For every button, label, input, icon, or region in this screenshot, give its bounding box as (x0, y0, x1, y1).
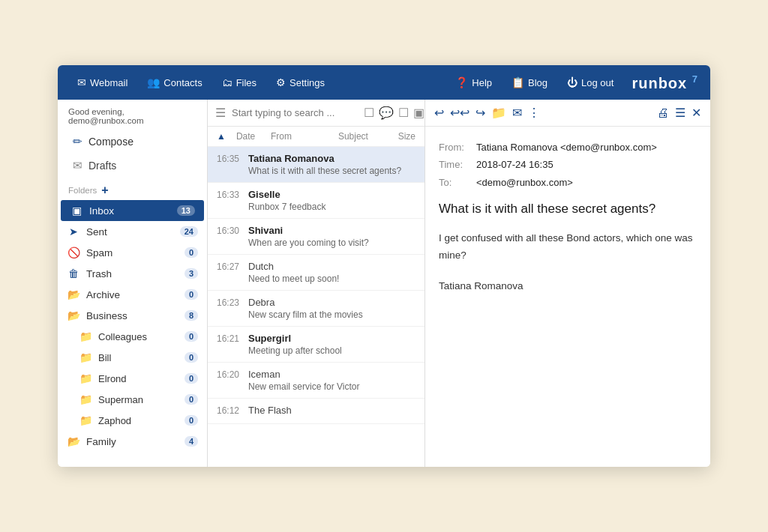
sidebar-item-sent[interactable]: ➤ Sent 24 (58, 221, 207, 242)
email-subject: New scary film at the movies (248, 309, 416, 320)
archive-badge: 0 (184, 289, 198, 300)
reply-icon[interactable]: ↩ (434, 106, 444, 120)
more-icon[interactable]: ⋮ (528, 106, 540, 120)
menu-icon[interactable]: ☰ (215, 106, 226, 120)
main-layout: Good evening, demo@runbox.com ✏ Compose … (58, 100, 710, 467)
email-time: 16:20 (217, 369, 242, 380)
body-line1: I get confused with all these Bond actor… (439, 230, 697, 265)
folder-move-icon[interactable]: 📁 (491, 106, 506, 120)
nav-contacts[interactable]: 👥 Contacts (140, 72, 209, 93)
nav-help[interactable]: ❓ Help (448, 72, 500, 93)
check-icons: ☐ 💬 ☐ ▣ (364, 106, 424, 120)
nav-settings[interactable]: ⚙ Settings (268, 72, 332, 93)
list-item[interactable]: 16:30ShivaniWhen are you coming to visit… (208, 219, 424, 255)
email-subject: Need to meet up soon! (248, 273, 416, 284)
compose-button[interactable]: ✏ Compose (62, 130, 202, 154)
business-badge: 8 (184, 310, 198, 321)
spam-label: Spam (86, 247, 178, 259)
email-list-panel: ☰ ☐ 💬 ☐ ▣ ▲ Date From Subject Size 16:35… (208, 100, 425, 467)
family-icon: 📂 (67, 435, 80, 447)
list-item[interactable]: 16:35Tatiana RomanovaWhat is it with all… (208, 147, 424, 183)
email-list-cols: ▲ Date From Subject Size (208, 127, 424, 147)
logout-icon: ⏻ (567, 76, 578, 88)
list-view-icon[interactable]: ☰ (675, 106, 686, 120)
sidebar-item-zaphod[interactable]: 📁 Zaphod 0 (58, 410, 207, 431)
nav-webmail[interactable]: ✉ Webmail (70, 72, 135, 93)
email-time: 16:30 (217, 226, 242, 236)
list-item[interactable]: 16:33GiselleRunbox 7 feedback (208, 183, 424, 219)
nav-files[interactable]: 🗂 Files (214, 72, 264, 93)
elrond-icon: 📁 (79, 372, 92, 384)
nav-blog[interactable]: 📋 Blog (504, 72, 555, 93)
spam-icon: 🚫 (67, 247, 80, 259)
nav-webmail-label: Webmail (90, 77, 128, 88)
sidebar-item-family[interactable]: 📂 Family 4 (58, 431, 207, 452)
sent-label: Sent (86, 226, 174, 238)
zaphod-label: Zaphod (98, 415, 178, 426)
email-from: The Flash (248, 405, 292, 416)
sidebar-item-spam[interactable]: 🚫 Spam 0 (58, 242, 207, 263)
select-read-icon[interactable]: 💬 (379, 106, 394, 120)
zaphod-icon: 📁 (79, 414, 92, 426)
nav-blog-label: Blog (528, 77, 548, 88)
sent-badge: 24 (180, 226, 198, 237)
trash-badge: 3 (184, 268, 198, 279)
mark-read-icon[interactable]: ✉ (512, 106, 522, 120)
nav-help-label: Help (472, 77, 492, 88)
drafts-item[interactable]: ✉ Drafts (62, 154, 202, 178)
forward-icon[interactable]: ↪ (476, 106, 485, 120)
select-all-icon[interactable]: ☐ (364, 106, 374, 120)
to-row: To: <demo@runbox.com> (439, 174, 697, 191)
sidebar-item-business[interactable]: 📂 Business 8 (58, 305, 207, 326)
email-list: 16:35Tatiana RomanovaWhat is it with all… (208, 147, 424, 467)
sidebar-item-inbox[interactable]: ▣ Inbox 13 (61, 200, 204, 221)
email-subject: Meeting up after school (248, 345, 416, 356)
email-from: Shivani (248, 225, 283, 236)
trash-icon: 🗑 (67, 267, 80, 279)
sent-icon: ➤ (67, 226, 80, 238)
nav-logout[interactable]: ⏻ Log out (560, 72, 621, 93)
sidebar-item-trash[interactable]: 🗑 Trash 3 (58, 263, 207, 284)
sidebar-item-archive[interactable]: 📂 Archive 0 (58, 284, 207, 305)
email-subject: When are you coming to visit? (248, 238, 416, 248)
superman-label: Superman (98, 394, 178, 405)
close-icon[interactable]: ✕ (692, 106, 701, 120)
folders-header: Folders + (58, 178, 207, 200)
list-item[interactable]: 16:20IcemanNew email service for Victor (208, 363, 424, 399)
print-icon[interactable]: 🖨 (657, 106, 669, 120)
trash-label: Trash (86, 268, 178, 279)
app-logo: runbox 7 (632, 73, 698, 92)
sidebar-item-colleagues[interactable]: 📁 Colleagues 0 (58, 326, 207, 347)
app-container: ✉ Webmail 👥 Contacts 🗂 Files ⚙ Settings … (58, 65, 710, 467)
spam-badge: 0 (184, 247, 198, 258)
sort-icon[interactable]: ▲ (217, 131, 226, 142)
email-subject: New email service for Victor (248, 381, 416, 392)
superman-icon: 📁 (79, 393, 92, 405)
sidebar-item-elrond[interactable]: 📁 Elrond 0 (58, 368, 207, 389)
archive-icon: 📂 (67, 288, 80, 300)
email-time: 16:21 (217, 333, 242, 344)
email-from: Debra (248, 297, 274, 308)
zaphod-badge: 0 (184, 415, 198, 426)
blog-icon: 📋 (512, 76, 524, 88)
list-item[interactable]: 16:12The Flash (208, 399, 424, 424)
family-label: Family (86, 436, 178, 447)
bill-badge: 0 (184, 352, 198, 363)
business-icon: 📂 (67, 309, 80, 321)
list-item[interactable]: 16:27DutchNeed to meet up soon! (208, 255, 424, 291)
list-item[interactable]: 16:23DebraNew scary film at the movies (208, 291, 424, 327)
search-input[interactable] (232, 107, 358, 118)
list-item[interactable]: 16:21SupergirlMeeting up after school (208, 327, 424, 363)
colleagues-label: Colleagues (98, 331, 178, 342)
colleagues-icon: 📁 (79, 330, 92, 342)
add-folder-button[interactable]: + (101, 184, 108, 197)
sidebar-greeting: Good evening, demo@runbox.com (58, 100, 207, 130)
sidebar-item-bill[interactable]: 📁 Bill 0 (58, 347, 207, 368)
view-icon[interactable]: ▣ (413, 106, 424, 120)
family-badge: 4 (184, 436, 198, 447)
select-none-icon[interactable]: ☐ (398, 106, 409, 120)
from-label: From: (439, 139, 472, 156)
reply-all-icon[interactable]: ↩↩ (450, 106, 470, 120)
sidebar-item-superman[interactable]: 📁 Superman 0 (58, 389, 207, 410)
superman-badge: 0 (184, 394, 198, 405)
